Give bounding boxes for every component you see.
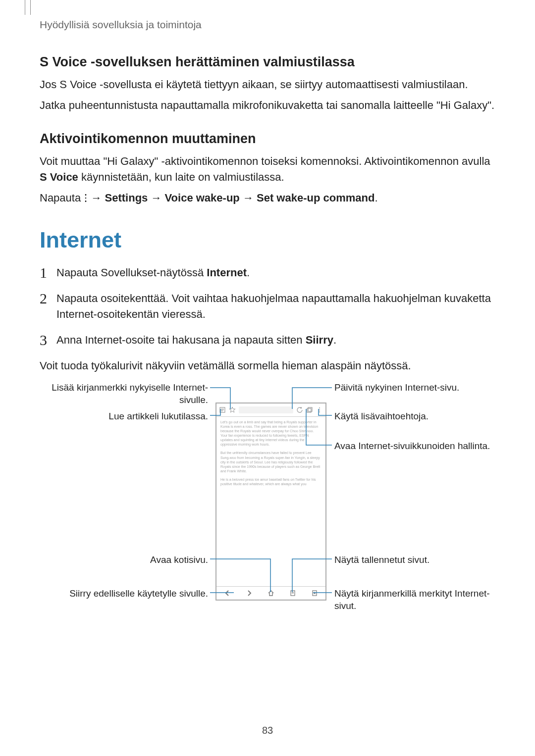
text: käynnistetään, kun laite on valmiustilas…	[78, 171, 284, 183]
paragraph: Jos S Voice -sovellusta ei käytetä tiett…	[40, 77, 495, 93]
text-bold: Siirry	[306, 334, 333, 346]
paragraph: Voit tuoda työkalurivit näkyviin vetämäl…	[40, 358, 495, 374]
paragraph: Jatka puheentunnistusta napauttamalla mi…	[40, 98, 495, 113]
text: Napauta	[40, 192, 84, 204]
text: Anna Internet-osoite tai hakusana ja nap…	[56, 334, 306, 346]
heading-svoice-wake: S Voice -sovelluksen herättäminen valmiu…	[40, 54, 495, 70]
browser-diagram: Let's go out on a limb and say that bein…	[40, 382, 495, 619]
page-tab-mark	[25, 0, 31, 15]
menu-path-settings: Settings	[105, 192, 148, 204]
step-item: Napauta Sovellukset-näytössä Internet.	[40, 265, 495, 281]
text: .	[247, 266, 250, 279]
text: Napauta Sovellukset-näytössä	[56, 266, 207, 279]
text: →	[240, 192, 257, 204]
paragraph: Voit muuttaa "Hi Galaxy" -aktivointikome…	[40, 153, 495, 185]
step-item: Napauta osoitekenttää. Voit vaihtaa haku…	[40, 291, 495, 322]
leader-lines	[40, 382, 495, 619]
section-title-internet: Internet	[40, 227, 495, 253]
heading-change-wake-command: Aktivointikomennon muuttaminen	[40, 131, 495, 147]
page-number: 83	[0, 725, 535, 736]
text-bold: S Voice	[40, 171, 78, 183]
text: .	[333, 334, 336, 346]
text: →	[88, 192, 105, 204]
running-head: Hyödyllisiä sovelluksia ja toimintoja	[40, 19, 495, 31]
text: →	[148, 192, 164, 204]
paragraph: Napauta → Settings → Voice wake-up → Set…	[40, 190, 495, 206]
menu-path-voice-wakeup: Voice wake-up	[165, 192, 240, 204]
text-bold: Internet	[207, 266, 247, 279]
step-item: Anna Internet-osoite tai hakusana ja nap…	[40, 332, 495, 348]
steps-list: Napauta Sovellukset-näytössä Internet. N…	[40, 265, 495, 348]
text: .	[374, 192, 377, 204]
text: Voit muuttaa "Hi Galaxy" -aktivointikome…	[40, 155, 490, 167]
menu-path-set-wakeup: Set wake-up command	[257, 192, 374, 204]
